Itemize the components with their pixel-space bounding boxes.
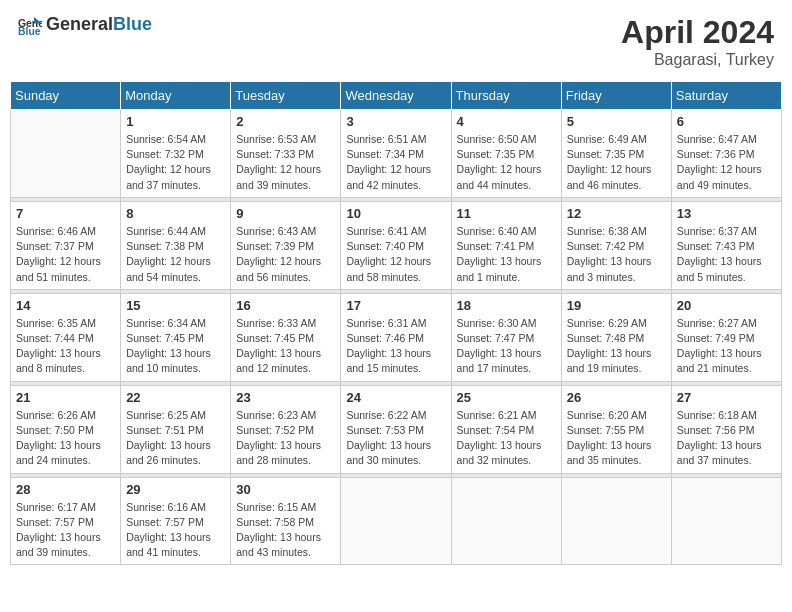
day-info: Sunrise: 6:27 AMSunset: 7:49 PMDaylight:… (677, 316, 776, 377)
calendar-week-row-3: 14Sunrise: 6:35 AMSunset: 7:44 PMDayligh… (11, 293, 782, 381)
day-number: 22 (126, 390, 225, 405)
day-number: 14 (16, 298, 115, 313)
calendar-cell (451, 477, 561, 565)
calendar-cell: 13Sunrise: 6:37 AMSunset: 7:43 PMDayligh… (671, 201, 781, 289)
calendar-cell: 21Sunrise: 6:26 AMSunset: 7:50 PMDayligh… (11, 385, 121, 473)
day-number: 21 (16, 390, 115, 405)
day-info: Sunrise: 6:30 AMSunset: 7:47 PMDaylight:… (457, 316, 556, 377)
day-info: Sunrise: 6:40 AMSunset: 7:41 PMDaylight:… (457, 224, 556, 285)
day-info: Sunrise: 6:15 AMSunset: 7:58 PMDaylight:… (236, 500, 335, 561)
day-info: Sunrise: 6:38 AMSunset: 7:42 PMDaylight:… (567, 224, 666, 285)
calendar-cell: 27Sunrise: 6:18 AMSunset: 7:56 PMDayligh… (671, 385, 781, 473)
logo: General Blue GeneralBlue (18, 14, 152, 35)
day-info: Sunrise: 6:37 AMSunset: 7:43 PMDaylight:… (677, 224, 776, 285)
weekday-header-tuesday: Tuesday (231, 82, 341, 110)
day-number: 20 (677, 298, 776, 313)
day-number: 16 (236, 298, 335, 313)
location-title: Bagarasi, Turkey (621, 51, 774, 69)
calendar-cell: 29Sunrise: 6:16 AMSunset: 7:57 PMDayligh… (121, 477, 231, 565)
weekday-header-saturday: Saturday (671, 82, 781, 110)
day-info: Sunrise: 6:29 AMSunset: 7:48 PMDaylight:… (567, 316, 666, 377)
calendar-cell: 23Sunrise: 6:23 AMSunset: 7:52 PMDayligh… (231, 385, 341, 473)
calendar-week-row-2: 7Sunrise: 6:46 AMSunset: 7:37 PMDaylight… (11, 201, 782, 289)
weekday-header-thursday: Thursday (451, 82, 561, 110)
day-number: 1 (126, 114, 225, 129)
calendar-cell: 9Sunrise: 6:43 AMSunset: 7:39 PMDaylight… (231, 201, 341, 289)
calendar-cell: 20Sunrise: 6:27 AMSunset: 7:49 PMDayligh… (671, 293, 781, 381)
day-number: 7 (16, 206, 115, 221)
day-info: Sunrise: 6:35 AMSunset: 7:44 PMDaylight:… (16, 316, 115, 377)
day-number: 5 (567, 114, 666, 129)
day-number: 10 (346, 206, 445, 221)
calendar-cell: 16Sunrise: 6:33 AMSunset: 7:45 PMDayligh… (231, 293, 341, 381)
calendar-cell (11, 110, 121, 198)
day-number: 13 (677, 206, 776, 221)
calendar-cell: 22Sunrise: 6:25 AMSunset: 7:51 PMDayligh… (121, 385, 231, 473)
weekday-header-wednesday: Wednesday (341, 82, 451, 110)
calendar-cell: 14Sunrise: 6:35 AMSunset: 7:44 PMDayligh… (11, 293, 121, 381)
calendar-cell: 26Sunrise: 6:20 AMSunset: 7:55 PMDayligh… (561, 385, 671, 473)
calendar-cell: 28Sunrise: 6:17 AMSunset: 7:57 PMDayligh… (11, 477, 121, 565)
calendar-cell: 10Sunrise: 6:41 AMSunset: 7:40 PMDayligh… (341, 201, 451, 289)
calendar-cell: 24Sunrise: 6:22 AMSunset: 7:53 PMDayligh… (341, 385, 451, 473)
day-number: 27 (677, 390, 776, 405)
day-info: Sunrise: 6:51 AMSunset: 7:34 PMDaylight:… (346, 132, 445, 193)
calendar-week-row-1: 1Sunrise: 6:54 AMSunset: 7:32 PMDaylight… (11, 110, 782, 198)
day-number: 25 (457, 390, 556, 405)
day-number: 24 (346, 390, 445, 405)
day-info: Sunrise: 6:21 AMSunset: 7:54 PMDaylight:… (457, 408, 556, 469)
calendar-week-row-5: 28Sunrise: 6:17 AMSunset: 7:57 PMDayligh… (11, 477, 782, 565)
day-info: Sunrise: 6:22 AMSunset: 7:53 PMDaylight:… (346, 408, 445, 469)
calendar-cell: 25Sunrise: 6:21 AMSunset: 7:54 PMDayligh… (451, 385, 561, 473)
logo-general-label: General (46, 14, 113, 34)
day-number: 17 (346, 298, 445, 313)
calendar-week-row-4: 21Sunrise: 6:26 AMSunset: 7:50 PMDayligh… (11, 385, 782, 473)
weekday-header-monday: Monday (121, 82, 231, 110)
calendar-cell: 11Sunrise: 6:40 AMSunset: 7:41 PMDayligh… (451, 201, 561, 289)
weekday-header-sunday: Sunday (11, 82, 121, 110)
calendar-cell: 15Sunrise: 6:34 AMSunset: 7:45 PMDayligh… (121, 293, 231, 381)
day-number: 3 (346, 114, 445, 129)
calendar-cell: 8Sunrise: 6:44 AMSunset: 7:38 PMDaylight… (121, 201, 231, 289)
weekday-header-friday: Friday (561, 82, 671, 110)
title-area: April 2024 Bagarasi, Turkey (621, 14, 774, 69)
day-number: 2 (236, 114, 335, 129)
day-info: Sunrise: 6:41 AMSunset: 7:40 PMDaylight:… (346, 224, 445, 285)
calendar-cell: 7Sunrise: 6:46 AMSunset: 7:37 PMDaylight… (11, 201, 121, 289)
day-info: Sunrise: 6:54 AMSunset: 7:32 PMDaylight:… (126, 132, 225, 193)
day-number: 30 (236, 482, 335, 497)
day-number: 8 (126, 206, 225, 221)
calendar-cell (341, 477, 451, 565)
logo-blue-label: Blue (113, 14, 152, 34)
logo-general-text: GeneralBlue (46, 14, 152, 35)
svg-text:Blue: Blue (18, 25, 41, 34)
calendar-cell: 1Sunrise: 6:54 AMSunset: 7:32 PMDaylight… (121, 110, 231, 198)
day-info: Sunrise: 6:26 AMSunset: 7:50 PMDaylight:… (16, 408, 115, 469)
calendar-cell: 4Sunrise: 6:50 AMSunset: 7:35 PMDaylight… (451, 110, 561, 198)
day-info: Sunrise: 6:53 AMSunset: 7:33 PMDaylight:… (236, 132, 335, 193)
calendar-cell: 5Sunrise: 6:49 AMSunset: 7:35 PMDaylight… (561, 110, 671, 198)
day-info: Sunrise: 6:47 AMSunset: 7:36 PMDaylight:… (677, 132, 776, 193)
day-number: 19 (567, 298, 666, 313)
day-number: 18 (457, 298, 556, 313)
calendar-cell: 3Sunrise: 6:51 AMSunset: 7:34 PMDaylight… (341, 110, 451, 198)
day-info: Sunrise: 6:49 AMSunset: 7:35 PMDaylight:… (567, 132, 666, 193)
day-number: 6 (677, 114, 776, 129)
day-info: Sunrise: 6:16 AMSunset: 7:57 PMDaylight:… (126, 500, 225, 561)
day-info: Sunrise: 6:34 AMSunset: 7:45 PMDaylight:… (126, 316, 225, 377)
weekday-header-row: SundayMondayTuesdayWednesdayThursdayFrid… (11, 82, 782, 110)
calendar-cell: 17Sunrise: 6:31 AMSunset: 7:46 PMDayligh… (341, 293, 451, 381)
calendar-cell: 2Sunrise: 6:53 AMSunset: 7:33 PMDaylight… (231, 110, 341, 198)
day-info: Sunrise: 6:17 AMSunset: 7:57 PMDaylight:… (16, 500, 115, 561)
day-number: 12 (567, 206, 666, 221)
calendar-cell: 30Sunrise: 6:15 AMSunset: 7:58 PMDayligh… (231, 477, 341, 565)
month-title: April 2024 (621, 14, 774, 51)
day-number: 11 (457, 206, 556, 221)
day-number: 9 (236, 206, 335, 221)
day-number: 28 (16, 482, 115, 497)
calendar-cell (671, 477, 781, 565)
day-info: Sunrise: 6:44 AMSunset: 7:38 PMDaylight:… (126, 224, 225, 285)
calendar-cell: 18Sunrise: 6:30 AMSunset: 7:47 PMDayligh… (451, 293, 561, 381)
day-number: 23 (236, 390, 335, 405)
day-info: Sunrise: 6:46 AMSunset: 7:37 PMDaylight:… (16, 224, 115, 285)
